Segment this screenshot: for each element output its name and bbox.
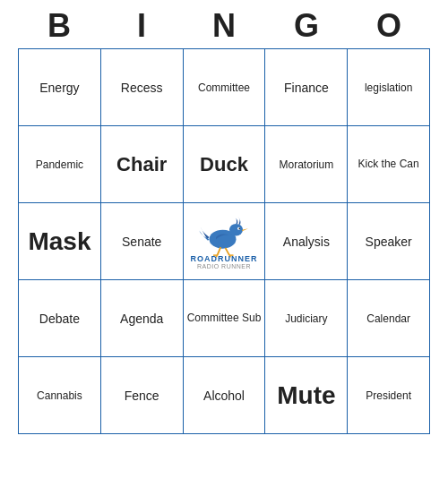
bingo-cell: Agenda [100, 280, 183, 357]
bingo-cell: Senate [100, 203, 183, 280]
bingo-cell: Kick the Can [348, 126, 430, 203]
bingo-cell: Cannabis [19, 357, 101, 434]
bingo-letter: G [269, 7, 344, 45]
bingo-cell: Energy [19, 49, 101, 126]
bingo-cell: Alcohol [183, 357, 265, 434]
bingo-cell: Mute [265, 357, 348, 434]
bingo-cell: President [348, 357, 430, 434]
bingo-cell: ROADRUNNER RADIO RUNNER [183, 203, 265, 280]
bingo-cell: Duck [183, 126, 265, 203]
bingo-letter: I [104, 7, 179, 45]
bingo-cell: legislation [348, 49, 430, 126]
bingo-cell: Analysis [265, 203, 348, 280]
bingo-cell: Fence [100, 357, 183, 434]
svg-point-3 [239, 227, 241, 229]
bingo-header: BINGO [18, 0, 430, 48]
bingo-cell: Finance [265, 49, 348, 126]
svg-point-1 [229, 224, 243, 236]
bingo-cell: Mask [19, 203, 101, 280]
bingo-cell: Debate [19, 280, 101, 357]
bingo-cell: Recess [100, 49, 183, 126]
bingo-cell: Speaker [348, 203, 430, 280]
bingo-letter: N [186, 7, 262, 45]
bingo-cell: Committee Sub [183, 280, 265, 357]
bingo-letter: B [22, 7, 97, 45]
bingo-cell: Committee [183, 49, 265, 126]
bingo-cell: Judiciary [265, 280, 348, 357]
bingo-cell: Moratorium [265, 126, 348, 203]
bingo-cell: Chair [100, 126, 183, 203]
bingo-cell: Calendar [348, 280, 430, 357]
bingo-cell: Pandemic [19, 126, 101, 203]
bingo-grid: EnergyRecessCommitteeFinancelegislationP… [18, 48, 430, 434]
bingo-letter: O [351, 7, 426, 45]
